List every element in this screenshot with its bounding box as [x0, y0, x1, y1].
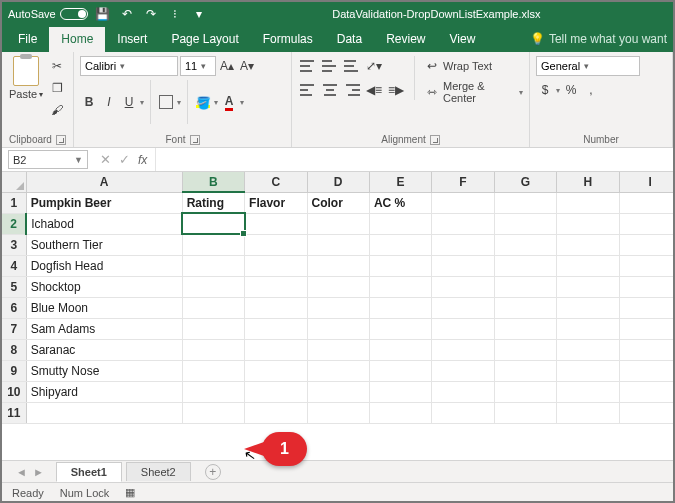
- cell-F10[interactable]: [432, 381, 494, 402]
- cell-B6[interactable]: [182, 297, 244, 318]
- tab-file[interactable]: File: [6, 27, 49, 52]
- tab-data[interactable]: Data: [325, 27, 374, 52]
- tab-formulas[interactable]: Formulas: [251, 27, 325, 52]
- cell-C7[interactable]: [245, 318, 307, 339]
- cell-C11[interactable]: [245, 402, 307, 423]
- cell-C9[interactable]: [245, 360, 307, 381]
- cell-F4[interactable]: [432, 255, 494, 276]
- align-top-icon[interactable]: [298, 56, 318, 76]
- font-color-button[interactable]: A: [220, 92, 238, 112]
- enter-icon[interactable]: ✓: [119, 152, 130, 167]
- cell-G9[interactable]: [494, 360, 556, 381]
- cell-G6[interactable]: [494, 297, 556, 318]
- font-name-combo[interactable]: Calibri▾: [80, 56, 178, 76]
- cell-B9[interactable]: [182, 360, 244, 381]
- fill-color-button[interactable]: 🪣: [194, 92, 212, 112]
- cell-E4[interactable]: [369, 255, 431, 276]
- cell-F8[interactable]: [432, 339, 494, 360]
- paste-button[interactable]: Paste▾: [8, 56, 44, 100]
- cell-H2[interactable]: [557, 213, 619, 234]
- cell-E9[interactable]: [369, 360, 431, 381]
- cell-B7[interactable]: [182, 318, 244, 339]
- cell-G11[interactable]: [494, 402, 556, 423]
- cell-B5[interactable]: [182, 276, 244, 297]
- cell-E8[interactable]: [369, 339, 431, 360]
- cell-I8[interactable]: [619, 339, 673, 360]
- italic-button[interactable]: I: [100, 92, 118, 112]
- cell-H9[interactable]: [557, 360, 619, 381]
- tab-review[interactable]: Review: [374, 27, 437, 52]
- cut-icon[interactable]: ✂: [48, 56, 66, 76]
- cell-A3[interactable]: Southern Tier: [26, 234, 182, 255]
- row-header-2[interactable]: 2: [2, 213, 26, 234]
- bold-button[interactable]: B: [80, 92, 98, 112]
- cell-D4[interactable]: [307, 255, 369, 276]
- autosave-toggle[interactable]: AutoSave: [8, 8, 88, 20]
- cell-A2[interactable]: Ichabod: [26, 213, 182, 234]
- tab-view[interactable]: View: [438, 27, 488, 52]
- spreadsheet-grid[interactable]: ABCDEFGHI1Pumpkin BeerRatingFlavorColorA…: [2, 172, 673, 460]
- cell-D11[interactable]: [307, 402, 369, 423]
- cell-I1[interactable]: [619, 192, 673, 213]
- align-left-icon[interactable]: [298, 80, 318, 100]
- cell-B8[interactable]: [182, 339, 244, 360]
- touch-mode-icon[interactable]: ⁝: [168, 7, 182, 21]
- row-header-3[interactable]: 3: [2, 234, 26, 255]
- cell-E5[interactable]: [369, 276, 431, 297]
- col-header-C[interactable]: C: [245, 172, 307, 192]
- decrease-indent-icon[interactable]: ◀≡: [364, 80, 384, 100]
- sheet-tab-2[interactable]: Sheet2: [126, 462, 191, 481]
- dialog-launcher-icon[interactable]: [430, 135, 440, 145]
- cell-I10[interactable]: [619, 381, 673, 402]
- merge-center-button[interactable]: ⇿ Merge & Center ▾: [423, 80, 523, 104]
- redo-icon[interactable]: ↷: [144, 7, 158, 21]
- col-header-H[interactable]: H: [557, 172, 619, 192]
- cell-I7[interactable]: [619, 318, 673, 339]
- cell-A7[interactable]: Sam Adams: [26, 318, 182, 339]
- cell-D5[interactable]: [307, 276, 369, 297]
- row-header-4[interactable]: 4: [2, 255, 26, 276]
- cell-G3[interactable]: [494, 234, 556, 255]
- formula-input[interactable]: [156, 148, 673, 171]
- cell-F9[interactable]: [432, 360, 494, 381]
- row-header-5[interactable]: 5: [2, 276, 26, 297]
- row-header-1[interactable]: 1: [2, 192, 26, 213]
- sheet-nav-prev-icon[interactable]: ◄: [16, 466, 27, 478]
- row-header-11[interactable]: 11: [2, 402, 26, 423]
- dialog-launcher-icon[interactable]: [190, 135, 200, 145]
- row-header-9[interactable]: 9: [2, 360, 26, 381]
- font-size-combo[interactable]: 11▾: [180, 56, 216, 76]
- cell-I6[interactable]: [619, 297, 673, 318]
- cell-C6[interactable]: [245, 297, 307, 318]
- cell-H6[interactable]: [557, 297, 619, 318]
- cell-H1[interactable]: [557, 192, 619, 213]
- cell-D6[interactable]: [307, 297, 369, 318]
- cell-C1[interactable]: Flavor: [245, 192, 307, 213]
- fx-icon[interactable]: fx: [138, 153, 147, 167]
- currency-button[interactable]: $: [536, 80, 554, 100]
- sheet-tab-1[interactable]: Sheet1: [56, 462, 122, 482]
- increase-indent-icon[interactable]: ≡▶: [386, 80, 406, 100]
- customize-qat-icon[interactable]: ▾: [192, 7, 206, 21]
- cell-B1[interactable]: Rating: [182, 192, 244, 213]
- col-header-A[interactable]: A: [26, 172, 182, 192]
- sheet-nav-next-icon[interactable]: ►: [33, 466, 44, 478]
- cell-F3[interactable]: [432, 234, 494, 255]
- col-header-B[interactable]: B: [182, 172, 244, 192]
- cell-H8[interactable]: [557, 339, 619, 360]
- col-header-E[interactable]: E: [369, 172, 431, 192]
- cell-E3[interactable]: [369, 234, 431, 255]
- cell-F1[interactable]: [432, 192, 494, 213]
- cell-G4[interactable]: [494, 255, 556, 276]
- save-icon[interactable]: 💾: [96, 7, 110, 21]
- cell-G7[interactable]: [494, 318, 556, 339]
- wrap-text-button[interactable]: ↩ Wrap Text: [423, 56, 523, 76]
- cell-I2[interactable]: [619, 213, 673, 234]
- cell-E7[interactable]: [369, 318, 431, 339]
- col-header-F[interactable]: F: [432, 172, 494, 192]
- cell-G5[interactable]: [494, 276, 556, 297]
- cell-D1[interactable]: Color: [307, 192, 369, 213]
- cell-C4[interactable]: [245, 255, 307, 276]
- tell-me-search[interactable]: 💡 Tell me what you want: [530, 32, 673, 52]
- col-header-G[interactable]: G: [494, 172, 556, 192]
